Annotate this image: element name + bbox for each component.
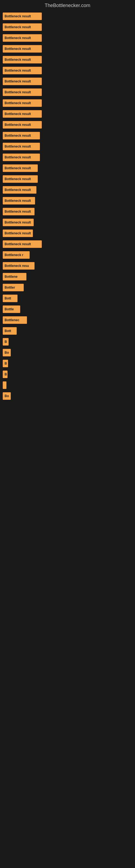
bar-row: Bottleneck resu — [3, 262, 132, 270]
bar-row: Bottleneck result — [3, 219, 132, 226]
bar-label: Bottleneck result — [5, 199, 31, 203]
result-bar: Bottleneck result — [3, 229, 33, 237]
bar-row: Bottleneck result — [3, 175, 132, 183]
result-bar: Bottleneck result — [3, 132, 40, 140]
result-bar: Bottleneck result — [3, 110, 42, 118]
result-bar: Bottleneck result — [3, 197, 35, 205]
bar-row: Bottleneck result — [3, 132, 132, 140]
result-bar: Bottleneck result — [3, 56, 42, 63]
site-title: TheBottlenecker.com — [0, 0, 135, 12]
bar-label: B — [5, 340, 7, 344]
bar-row: Bottler — [3, 284, 132, 291]
bar-label: Bottleneck result — [5, 166, 31, 170]
result-bar: Bottleneck result — [3, 164, 38, 172]
result-bar: B — [3, 360, 8, 367]
result-bar: Bottlenec — [3, 316, 27, 324]
bar-label: Bo — [5, 394, 9, 398]
bar-label: Bottleneck result — [5, 90, 31, 94]
result-bar: Bottleneck result — [3, 45, 42, 53]
bar-row: Bottleneck result — [3, 240, 132, 248]
bar-label: Bottleneck result — [5, 123, 31, 127]
result-bar: Bottleneck result — [3, 99, 42, 107]
bar-row: Bottleneck result — [3, 99, 132, 107]
bar-label: Bottleneck result — [5, 25, 31, 29]
result-bar: Bottleneck result — [3, 208, 35, 215]
bar-row: Bott — [3, 294, 132, 302]
bar-label: Bottleneck result — [5, 188, 31, 192]
result-bar: Bottleneck result — [3, 34, 42, 42]
bar-row: Bottleneck result — [3, 208, 132, 215]
bar-row: Bottleneck result — [3, 197, 132, 205]
bar-row — [3, 381, 132, 389]
result-bar: Bottleneck result — [3, 143, 40, 150]
result-bar: Bottle — [3, 305, 20, 313]
bar-label: Bottleneck result — [5, 210, 31, 214]
bar-label: Bottleneck result — [5, 177, 31, 181]
bar-row: Bottleneck result — [3, 186, 132, 194]
bar-label: Bottleneck result — [5, 134, 31, 137]
bar-row: Bott — [3, 327, 132, 335]
result-bar: Bott — [3, 327, 17, 335]
result-bar: Bottleneck result — [3, 240, 42, 248]
bar-label: Bott — [5, 297, 11, 300]
bar-row: Bottleneck r — [3, 251, 132, 259]
result-bar: Bo — [3, 392, 11, 400]
bar-chart: Bottleneck resultBottleneck resultBottle… — [0, 12, 135, 403]
bar-label: Bottleneck result — [5, 145, 31, 148]
result-bar: Bottleneck resu — [3, 262, 35, 270]
bar-row: Bottleneck result — [3, 110, 132, 118]
bar-label: Bottleneck result — [5, 231, 31, 235]
bar-row: Bottlenec — [3, 316, 132, 324]
bar-row: Bottleneck result — [3, 23, 132, 31]
bar-label: Bottlenec — [5, 318, 19, 322]
bar-label: Bott — [5, 329, 11, 333]
result-bar — [3, 381, 6, 389]
bar-row: Bottleneck result — [3, 67, 132, 74]
bar-label: Bottleneck result — [5, 14, 31, 18]
bar-row: Bottleneck result — [3, 56, 132, 63]
result-bar: Bottleneck r — [3, 251, 30, 259]
result-bar: Bottler — [3, 284, 24, 291]
result-bar: Bott — [3, 294, 17, 302]
result-bar: Bottleneck result — [3, 67, 42, 74]
bar-row: Bottle — [3, 305, 132, 313]
bar-label: Bottleneck result — [5, 220, 31, 224]
bar-row: Bottleneck result — [3, 88, 132, 96]
bar-row: B — [3, 360, 132, 367]
bar-label: B — [5, 372, 7, 376]
bar-label: Bottleneck resu — [5, 264, 29, 268]
bar-row: Bottlene — [3, 273, 132, 280]
result-bar: B — [3, 371, 8, 378]
bar-row: Bottleneck result — [3, 229, 132, 237]
result-bar: Bo — [3, 349, 11, 356]
bar-label: Bo — [5, 351, 9, 354]
bar-label: Bottleneck result — [5, 80, 31, 83]
result-bar: Bottleneck result — [3, 78, 42, 85]
bar-label: Bottleneck result — [5, 242, 31, 246]
bar-row: Bottleneck result — [3, 12, 132, 20]
bar-row: Bottleneck result — [3, 45, 132, 53]
bar-label: Bottleneck result — [5, 69, 31, 72]
bar-row: Bottleneck result — [3, 143, 132, 150]
bar-label: Bottle — [5, 307, 14, 311]
result-bar: Bottleneck result — [3, 154, 40, 161]
bar-row: Bottleneck result — [3, 164, 132, 172]
result-bar: Bottleneck result — [3, 23, 42, 31]
bar-label: Bottler — [5, 286, 15, 289]
result-bar: Bottleneck result — [3, 12, 42, 20]
bar-label: Bottleneck result — [5, 47, 31, 51]
result-bar: Bottleneck result — [3, 219, 34, 226]
result-bar: Bottleneck result — [3, 121, 42, 129]
bar-label: Bottleneck r — [5, 253, 23, 257]
bar-row: Bottleneck result — [3, 34, 132, 42]
bar-label: Bottleneck result — [5, 58, 31, 62]
bar-row: B — [3, 371, 132, 378]
bar-row: Bottleneck result — [3, 78, 132, 85]
bar-row: Bo — [3, 349, 132, 356]
bar-row: Bottleneck result — [3, 154, 132, 161]
bar-label: Bottleneck result — [5, 112, 31, 116]
result-bar: Bottleneck result — [3, 186, 37, 194]
result-bar: Bottlene — [3, 273, 27, 280]
bar-label: Bottleneck result — [5, 36, 31, 40]
bar-label: Bottlene — [5, 275, 17, 279]
